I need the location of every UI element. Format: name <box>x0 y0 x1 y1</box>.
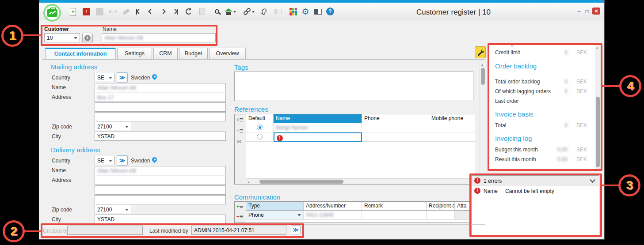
delivery-name-input[interactable]: Allan Nilsson AB <box>95 166 226 175</box>
home-button[interactable] <box>223 3 238 20</box>
tab-crm[interactable]: CRM <box>153 48 178 59</box>
delivery-address-input-1[interactable] <box>95 176 226 185</box>
reference-row1-mobile-cell[interactable] <box>429 123 475 132</box>
new-record-button[interactable]: + <box>67 3 79 20</box>
tab-budget[interactable]: Budget <box>179 48 208 59</box>
customer-label: Customer <box>44 26 69 32</box>
mailing-map-pin-icon[interactable] <box>151 73 158 80</box>
search-button[interactable] <box>211 3 223 20</box>
delivery-country-select[interactable]: SE <box>95 156 115 165</box>
scroll-thumb[interactable] <box>596 97 600 167</box>
delivery-address-input-2[interactable] <box>95 185 226 195</box>
mailing-city-input[interactable]: YSTAD <box>95 132 226 141</box>
chevron-right-icon <box>160 9 165 14</box>
app-logo[interactable] <box>43 4 61 22</box>
new-record-icon: + <box>70 8 76 15</box>
minimize-button[interactable]: – <box>575 8 583 15</box>
apps-button[interactable] <box>287 3 299 20</box>
refresh-button[interactable] <box>183 3 194 20</box>
mailing-address-input-2[interactable] <box>95 102 226 112</box>
mailing-country-select[interactable]: SE <box>95 73 115 82</box>
references-col-name[interactable]: Name <box>274 114 362 123</box>
panel-button-disabled <box>272 3 284 20</box>
remove-row-button[interactable]: −☰ <box>236 214 243 219</box>
customize-button[interactable] <box>475 46 486 58</box>
maximize-button[interactable]: □ <box>583 8 591 15</box>
last-order-label: Last order <box>495 98 519 104</box>
reference-row1-phone-cell[interactable] <box>362 123 429 132</box>
mailing-city-label: City <box>52 133 61 139</box>
reference-row2-name-cell-error[interactable]: ! <box>274 132 362 142</box>
delivery-zip-select[interactable]: 27100 <box>95 205 131 214</box>
delivery-country-name: Sweden <box>131 158 150 164</box>
communication-row1-type-select[interactable]: Phone <box>246 211 304 220</box>
references-col-mobile[interactable]: Mobile phone <box>429 114 475 123</box>
scroll-up-icon[interactable]: ▴ <box>481 63 483 67</box>
delivery-country-goto-button[interactable]: ≫ <box>117 155 128 166</box>
scroll-thumb[interactable] <box>481 68 485 85</box>
tabs-divider <box>42 59 485 60</box>
delivery-address-input-3[interactable] <box>95 195 226 204</box>
error-panel-header[interactable]: ! 1 errors <box>472 176 599 185</box>
tab-overview[interactable]: Overview <box>209 48 246 59</box>
close-button[interactable]: ✕ <box>592 8 600 15</box>
delivery-map-pin-icon[interactable] <box>151 156 158 163</box>
communication-col-remark[interactable]: Remark <box>362 202 427 211</box>
reference-row1-name-cell[interactable]: Bengt Nyman <box>274 123 362 132</box>
tab-settings[interactable]: Settings <box>117 48 152 59</box>
listen-button[interactable] <box>258 3 270 20</box>
mailing-country-goto-button[interactable]: ≫ <box>117 72 128 83</box>
communication-grid: +☰ −☰ Type Address/Number Remark Recipie… <box>234 201 475 223</box>
previous-record-button[interactable] <box>145 3 156 20</box>
footer-divider <box>42 224 485 225</box>
mailing-zip-select[interactable]: 27100 <box>95 122 131 131</box>
add-row-button[interactable]: +☰ <box>236 117 243 122</box>
help-button[interactable]: ? <box>324 3 336 20</box>
customer-name-label: Name <box>103 26 117 32</box>
next-record-button[interactable] <box>157 3 169 20</box>
register-button[interactable] <box>312 3 324 20</box>
communication-col-address[interactable]: Address/Number <box>304 202 362 211</box>
add-row-button[interactable]: +☰ <box>236 204 243 209</box>
first-record-button[interactable] <box>133 3 144 20</box>
reference-row2-default-cell[interactable] <box>246 132 274 142</box>
app-window: + ! A→B ⚙ ? Customer re <box>39 0 605 240</box>
radio-unselected-icon[interactable] <box>257 134 263 139</box>
mailing-address-input-1[interactable]: Box 17 <box>95 93 226 102</box>
scroll-left-icon[interactable]: ◂ <box>248 180 249 184</box>
remove-row-button[interactable]: −☰ <box>236 128 243 133</box>
references-hscrollbar[interactable]: ◂ <box>246 178 475 184</box>
mailing-name-input[interactable]: Allan Nilsson AB <box>95 83 226 92</box>
communication-row1-address-cell[interactable]: 0411-12845 <box>304 211 362 220</box>
communication-row1-remark-cell[interactable] <box>362 211 427 220</box>
communication-col-type[interactable]: Type <box>246 202 304 211</box>
customer-info-button[interactable]: i <box>82 33 93 43</box>
radio-selected-icon[interactable] <box>257 124 263 130</box>
customer-select[interactable]: 10 <box>44 33 80 42</box>
communication-col-recipient[interactable]: Recipient of <box>427 202 455 211</box>
scroll-up-icon[interactable]: ▴ <box>596 45 598 49</box>
summary-vscrollbar[interactable]: ▴ <box>595 45 601 170</box>
reference-row2-mobile-cell[interactable] <box>429 132 475 142</box>
references-col-default[interactable]: Default <box>246 114 274 123</box>
last-modified-goto-button[interactable]: ≫ <box>291 225 301 234</box>
communication-row1-recipient-cell[interactable] <box>427 211 455 220</box>
chevron-down-icon[interactable] <box>590 177 595 183</box>
reference-row1-default-cell[interactable] <box>246 123 274 132</box>
delivery-city-input[interactable]: YSTAD <box>95 215 226 224</box>
ear-icon <box>260 8 268 15</box>
references-col-phone[interactable]: Phone <box>362 114 429 123</box>
mailing-address-input-3[interactable] <box>95 112 226 121</box>
tab-contact-information[interactable]: Contact information <box>45 48 116 60</box>
vat-label-clipped: VAT reg. no. <box>495 44 524 47</box>
callout-line-3 <box>601 185 620 186</box>
settings-button[interactable]: ⚙ <box>300 3 311 20</box>
reference-row2-phone-cell[interactable] <box>362 132 429 142</box>
scroll-thumb[interactable] <box>259 180 343 184</box>
save-button[interactable]: ! <box>80 3 92 20</box>
link-button[interactable] <box>241 3 256 20</box>
tags-textarea[interactable] <box>234 72 473 101</box>
customer-name-input[interactable]: Allan Nilsson AB <box>102 33 216 42</box>
last-record-button[interactable] <box>170 3 181 20</box>
email-row-button[interactable]: ✉ <box>236 139 241 144</box>
